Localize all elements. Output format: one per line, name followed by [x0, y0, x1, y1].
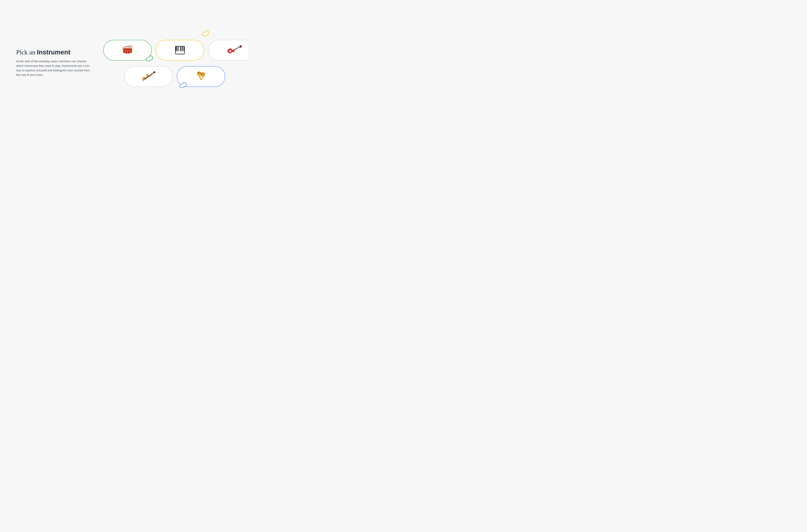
- svg-rect-14: [177, 46, 178, 51]
- maracas-icon: [194, 70, 207, 83]
- svg-rect-15: [180, 46, 181, 51]
- svg-point-26: [240, 45, 241, 46]
- svg-point-10: [132, 45, 133, 46]
- cursor-hand-blue: [177, 81, 187, 90]
- svg-rect-41: [201, 76, 203, 80]
- cursor-hand-green: [144, 54, 153, 63]
- cursor-hand-yellow: [200, 29, 210, 38]
- svg-rect-16: [182, 46, 183, 51]
- heading-light: Pick an: [16, 49, 37, 56]
- svg-point-28: [240, 47, 241, 48]
- svg-rect-39: [199, 76, 201, 80]
- svg-point-9: [130, 44, 131, 45]
- svg-point-35: [154, 71, 154, 72]
- instrument-option-guitar[interactable]: [208, 40, 248, 60]
- svg-line-30: [230, 46, 240, 51]
- page-description: At the start of the workday, team member…: [16, 59, 94, 77]
- svg-rect-13: [176, 46, 177, 51]
- svg-point-29: [241, 46, 242, 47]
- piano-icon: [173, 44, 187, 57]
- drum-icon: [121, 44, 134, 57]
- svg-point-36: [154, 71, 155, 72]
- svg-point-27: [241, 45, 241, 46]
- guitar-icon: [226, 44, 242, 57]
- svg-rect-17: [184, 46, 184, 51]
- instrument-option-piano[interactable]: [156, 40, 204, 60]
- instrument-option-violin[interactable]: [124, 66, 173, 87]
- page-title: Pick an Instrument: [16, 49, 94, 56]
- heading-bold: Instrument: [37, 49, 70, 56]
- violin-icon: [140, 70, 157, 83]
